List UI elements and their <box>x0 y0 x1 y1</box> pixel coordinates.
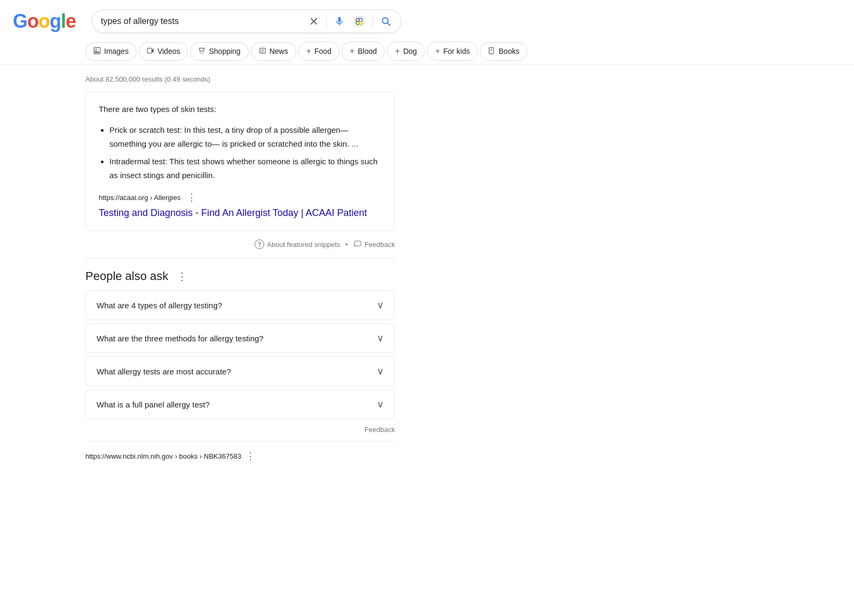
tab-videos[interactable]: Videos <box>139 42 188 61</box>
tab-forkids[interactable]: + For kids <box>427 42 478 61</box>
forkids-tab-label: For kids <box>443 47 470 55</box>
images-tab-label: Images <box>104 47 129 55</box>
results-area: About 82,500,000 results (0.49 seconds) … <box>0 65 480 468</box>
snippet-source: https://acaai.org › Allergies ⋮ <box>99 190 382 204</box>
svg-point-12 <box>201 52 202 53</box>
snippet-more-button[interactable]: ⋮ <box>185 190 199 204</box>
snippet-bullet-2: Intradermal test: This test shows whethe… <box>109 155 382 182</box>
about-snippets-link[interactable]: ? About featured snippets <box>255 239 340 249</box>
next-result: https://www.ncbi.nlm.nih.gov › books › N… <box>85 450 395 462</box>
header: Google types of allergy tests <box>0 0 854 38</box>
paa-more-button[interactable]: ⋮ <box>175 269 189 284</box>
about-snippets-label: About featured snippets <box>267 241 340 249</box>
next-result-more-button[interactable]: ⋮ <box>246 450 255 462</box>
food-tab-label: Food <box>314 47 331 55</box>
svg-point-10 <box>96 49 97 50</box>
paa-feedback-link[interactable]: Feedback <box>365 426 395 434</box>
blood-tab-label: Blood <box>358 47 377 55</box>
paa-item-3[interactable]: What allergy tests are most accurate? ∨ <box>85 356 395 386</box>
videos-tab-label: Videos <box>157 47 180 55</box>
paa-section: People also ask ⋮ What are 4 types of al… <box>85 269 395 437</box>
tab-images[interactable]: Images <box>85 42 137 61</box>
books-tab-icon <box>488 47 495 56</box>
paa-title: People also ask <box>85 269 168 283</box>
voice-search-button[interactable] <box>333 15 346 28</box>
paa-item-2[interactable]: What are the three methods for allergy t… <box>85 323 395 353</box>
snippet-intro: There are two types of skin tests: <box>99 103 382 116</box>
news-tab-icon <box>259 47 266 56</box>
microphone-icon <box>334 16 345 27</box>
google-logo[interactable]: Google <box>13 10 76 33</box>
lens-search-button[interactable] <box>352 14 366 28</box>
paa-footer: Feedback <box>85 422 395 437</box>
feedback-icon <box>353 240 362 249</box>
search-icons <box>308 14 392 28</box>
forkids-tab-plus-icon: + <box>435 46 440 56</box>
results-count: About 82,500,000 results (0.49 seconds) <box>85 75 395 83</box>
chevron-down-icon-2: ∨ <box>377 332 384 344</box>
search-input[interactable]: types of allergy tests <box>101 17 303 26</box>
videos-tab-icon <box>147 47 154 56</box>
snippet-bullet-1: Prick or scratch test: In this test, a t… <box>109 123 382 150</box>
snippet-list: Prick or scratch test: In this test, a t… <box>99 123 382 182</box>
shopping-tab-label: Shopping <box>209 47 240 55</box>
clear-icon <box>309 17 319 26</box>
tab-shopping[interactable]: Shopping <box>190 42 248 61</box>
paa-question-2: What are the three methods for allergy t… <box>97 334 264 343</box>
chevron-down-icon-3: ∨ <box>377 365 384 377</box>
blood-tab-plus-icon: + <box>350 46 354 56</box>
next-result-source: https://www.ncbi.nlm.nih.gov › books › N… <box>85 450 395 462</box>
featured-snippet: There are two types of skin tests: Prick… <box>85 92 395 231</box>
tab-books[interactable]: Books <box>480 42 527 61</box>
images-tab-icon <box>93 47 101 56</box>
clear-button[interactable] <box>308 15 320 27</box>
snippet-source-url: https://acaai.org › Allergies <box>99 194 180 202</box>
divider-1 <box>85 258 395 258</box>
tab-news[interactable]: News <box>251 42 296 61</box>
logo-g2: g <box>50 10 61 33</box>
search-bar-divider <box>326 15 327 28</box>
food-tab-plus-icon: + <box>306 46 311 56</box>
snippet-footer: ? About featured snippets • Feedback <box>85 235 395 253</box>
dog-tab-plus-icon: + <box>395 46 400 56</box>
paa-item-4[interactable]: What is a full panel allergy test? ∨ <box>85 389 395 419</box>
paa-item-1[interactable]: What are 4 types of allergy testing? ∨ <box>85 290 395 320</box>
search-submit-button[interactable] <box>379 15 392 28</box>
snippet-link[interactable]: Testing and Diagnosis - Find An Allergis… <box>99 206 382 220</box>
chevron-down-icon-4: ∨ <box>377 398 384 410</box>
logo-o1: o <box>27 10 38 33</box>
logo-o2: o <box>38 10 50 33</box>
snippet-feedback-link[interactable]: Feedback <box>353 240 395 249</box>
logo-l: l <box>61 10 66 33</box>
logo-e: e <box>66 10 76 33</box>
news-tab-label: News <box>270 47 288 55</box>
logo-g: G <box>13 10 27 33</box>
tab-food[interactable]: + Food <box>298 42 339 61</box>
question-circle-icon: ? <box>255 239 264 249</box>
paa-question-4: What is a full panel allergy test? <box>97 400 210 409</box>
dog-tab-label: Dog <box>403 47 417 55</box>
svg-rect-9 <box>94 47 100 54</box>
chevron-down-icon-1: ∨ <box>377 299 384 311</box>
search-bar-divider2 <box>373 15 373 28</box>
svg-point-13 <box>202 52 203 53</box>
search-bar: types of allergy tests <box>92 10 401 33</box>
shopping-tab-icon <box>198 47 205 56</box>
footer-dot: • <box>345 241 348 249</box>
svg-rect-11 <box>147 48 152 53</box>
svg-line-8 <box>388 23 390 26</box>
search-tabs: Images Videos Shopping News + Food + Blo… <box>0 38 854 65</box>
paa-header: People also ask ⋮ <box>85 269 395 284</box>
next-result-url: https://www.ncbi.nlm.nih.gov › books › N… <box>85 452 241 460</box>
search-icon <box>381 16 391 27</box>
svg-rect-18 <box>489 47 494 54</box>
tab-blood[interactable]: + Blood <box>342 42 385 61</box>
snippet-feedback-label: Feedback <box>365 241 395 249</box>
paa-question-3: What allergy tests are most accurate? <box>97 367 231 376</box>
lens-icon <box>353 15 365 27</box>
paa-question-1: What are 4 types of allergy testing? <box>97 301 222 310</box>
divider-2 <box>85 441 395 442</box>
tab-dog[interactable]: + Dog <box>387 42 425 61</box>
books-tab-label: Books <box>499 47 519 55</box>
